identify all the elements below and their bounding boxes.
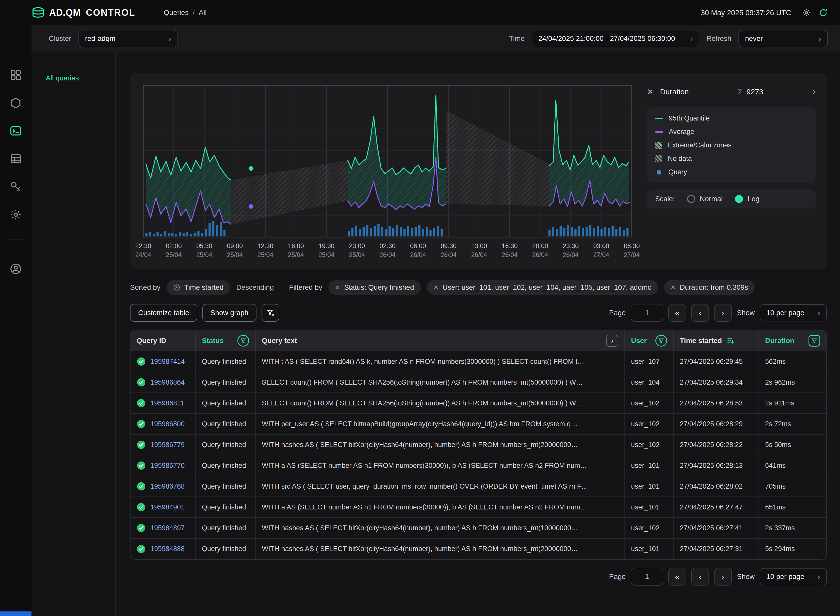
table-row[interactable]: 195986779 Query finished WITH hashes AS … — [131, 434, 826, 455]
app-logo[interactable]: AD.QM CONTROL — [31, 7, 135, 18]
expand-query-text-button[interactable]: › — [606, 334, 618, 347]
table-row[interactable]: 195987414 Query finished WITH t AS ( SEL… — [131, 351, 826, 372]
sidebar-divider — [7, 239, 24, 240]
query-id-link[interactable]: 195984888 — [150, 545, 185, 553]
terminal-icon[interactable] — [10, 125, 22, 137]
status-cell: Query finished — [196, 455, 256, 476]
query-id-link[interactable]: 195986768 — [150, 483, 185, 490]
clear-filters-button[interactable] — [262, 304, 280, 322]
table-row[interactable]: 195986800 Query finished WITH per_user A… — [131, 414, 826, 434]
next-page-button[interactable]: › — [714, 304, 732, 322]
per-page-select[interactable]: 10 per page › — [760, 568, 827, 585]
scale-normal-radio[interactable]: Normal — [687, 195, 723, 203]
cluster-select[interactable]: red-adqm › — [78, 30, 178, 47]
refresh-icon[interactable] — [819, 8, 828, 17]
query-id-link[interactable]: 195986800 — [150, 420, 185, 428]
query-id-link[interactable]: 195986864 — [150, 378, 185, 386]
col-header-time-started[interactable]: Time started — [674, 330, 759, 351]
per-page-value: 10 per page — [766, 309, 804, 317]
tables-icon[interactable] — [10, 153, 22, 165]
status-check-icon — [137, 399, 146, 408]
key-icon[interactable] — [10, 180, 22, 193]
pagination-bottom: Page « ‹ › Show 10 per page › — [609, 568, 827, 585]
x-axis-tick-label: 05:3025/04 — [196, 242, 212, 259]
workspace: All queries — [31, 52, 840, 616]
page-number-input[interactable] — [631, 304, 663, 322]
nav-all-queries[interactable]: All queries — [46, 74, 79, 82]
user-filter-icon[interactable] — [655, 335, 667, 346]
col-header-query-id[interactable]: Query ID — [131, 330, 196, 351]
main-content: 22:3024/0402:0025/0405:3025/0409:0025/04… — [116, 52, 840, 616]
col-header-duration[interactable]: Duration — [759, 330, 826, 351]
prev-page-button[interactable]: ‹ — [691, 568, 709, 585]
table-row[interactable]: 195986864 Query finished SELECT count() … — [131, 372, 826, 393]
duration-cell: 705ms — [759, 476, 826, 497]
status-check-icon — [137, 524, 146, 532]
table-row[interactable]: 195986811 Query finished SELECT count() … — [131, 393, 826, 414]
sort-descending-icon — [727, 337, 735, 345]
chevron-right-icon[interactable]: › — [812, 86, 816, 97]
current-datetime: 30 May 2025 09:37:26 UTC — [701, 9, 791, 17]
next-page-button[interactable]: › — [714, 568, 732, 585]
breadcrumb-queries[interactable]: Queries — [164, 9, 189, 17]
breadcrumb-all[interactable]: All — [199, 9, 207, 17]
page-number-input[interactable] — [631, 568, 663, 585]
status-filter-icon[interactable] — [237, 335, 249, 346]
table-row[interactable]: 195984901 Query finished WITH a AS (SELE… — [131, 497, 826, 518]
col-header-query-text[interactable]: Query text › — [256, 330, 625, 351]
sort-field-pill[interactable]: Time started — [166, 280, 230, 295]
first-page-button[interactable]: « — [668, 568, 686, 585]
query-id-link[interactable]: 195986770 — [150, 462, 185, 469]
per-page-select[interactable]: 10 per page › — [760, 304, 827, 321]
filter-pills: ✕ Status: Query finished ✕ User: user_10… — [328, 280, 755, 295]
time-range-select[interactable]: 24/04/2025 21:00:00 - 27/04/2025 06:30:0… — [532, 30, 699, 47]
scale-log-radio[interactable]: Log — [735, 195, 759, 203]
customize-table-button[interactable]: Customize table — [130, 304, 197, 322]
query-id-link[interactable]: 195986811 — [150, 399, 184, 407]
remove-filter-icon[interactable]: ✕ — [671, 284, 676, 291]
brand-name: AD.QM — [49, 7, 81, 18]
table-row[interactable]: 195986768 Query finished WITH src AS ( S… — [131, 476, 826, 497]
refresh-interval-select[interactable]: never › — [738, 30, 828, 47]
show-graph-button[interactable]: Show graph — [202, 304, 256, 322]
x-axis-tick-label: 02:0025/04 — [166, 242, 182, 259]
time-started-cell: 27/04/2025 06:27:41 — [674, 518, 759, 538]
bottom-row: Page « ‹ › Show 10 per page › — [130, 568, 827, 585]
duration-chart[interactable] — [143, 85, 632, 238]
dashboard-icon[interactable] — [10, 69, 22, 81]
status-check-icon — [137, 440, 146, 449]
show-label: Show — [737, 309, 755, 317]
query-id-link[interactable]: 195986779 — [150, 441, 185, 449]
query-id-cell: 195987414 — [131, 351, 196, 372]
hexagon-cluster-icon[interactable] — [10, 97, 22, 109]
remove-filter-icon[interactable]: ✕ — [434, 284, 438, 291]
col-header-user[interactable]: User — [625, 330, 674, 351]
close-icon[interactable]: ✕ — [647, 87, 653, 96]
table-row[interactable]: 195986770 Query finished WITH a AS (SELE… — [131, 455, 826, 476]
scale-log-label: Log — [747, 195, 759, 203]
per-page-value: 10 per page — [766, 573, 804, 581]
filter-pill[interactable]: ✕ User: user_101, user_102, user_104, ua… — [427, 280, 658, 295]
remove-filter-icon[interactable]: ✕ — [335, 284, 340, 291]
prev-page-button[interactable]: ‹ — [691, 304, 709, 322]
query-text-cell: WITH hashes AS ( SELECT bitXor(cityHash6… — [256, 518, 625, 538]
user-cell: user_101 — [625, 538, 674, 559]
query-text-cell: WITH per_user AS ( SELECT bitmapBuild(gr… — [256, 414, 625, 434]
col-header-status[interactable]: Status — [196, 330, 256, 351]
filter-pill[interactable]: ✕ Duration: from 0.309s — [664, 280, 755, 295]
query-id-link[interactable]: 195984901 — [150, 503, 185, 511]
query-id-link[interactable]: 195984897 — [150, 524, 185, 532]
secondary-nav: All queries — [31, 52, 116, 616]
filter-pill[interactable]: ✕ Status: Query finished — [328, 280, 421, 295]
table-row[interactable]: 195984888 Query finished WITH hashes AS … — [131, 538, 826, 559]
first-page-button[interactable]: « — [668, 304, 686, 322]
settings-gear-icon[interactable] — [802, 8, 811, 17]
table-row[interactable]: 195984897 Query finished WITH hashes AS … — [131, 518, 826, 538]
gear-icon[interactable] — [10, 208, 22, 221]
status-cell: Query finished — [196, 393, 256, 414]
profile-icon[interactable] — [10, 263, 22, 275]
time-started-cell: 27/04/2025 06:29:34 — [674, 372, 759, 393]
duration-filter-icon[interactable] — [809, 335, 820, 346]
duration-cell: 5s 50ms — [759, 434, 826, 455]
query-id-link[interactable]: 195987414 — [150, 358, 185, 365]
